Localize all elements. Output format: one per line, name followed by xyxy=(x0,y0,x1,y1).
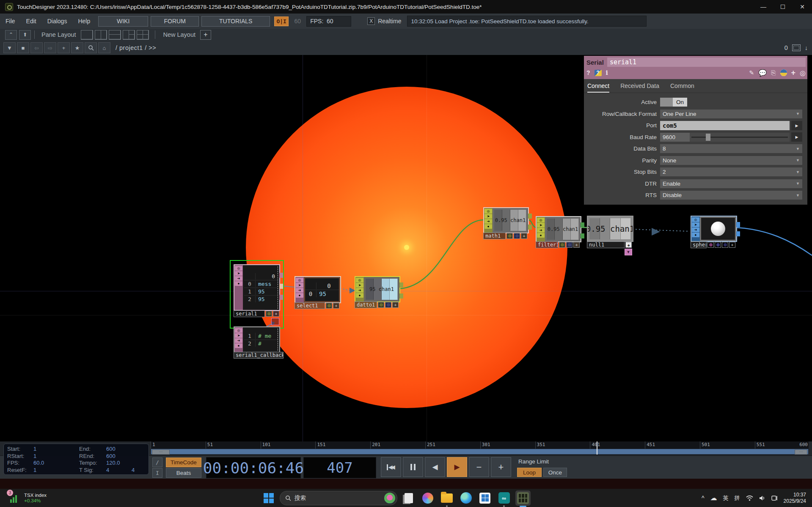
node-viewer-icon[interactable]: ◎ xyxy=(235,328,242,333)
maximize-button[interactable]: ☐ xyxy=(773,0,793,14)
dropdown-arrow-icon[interactable]: ▼ xyxy=(796,112,800,116)
node-viewer-icon[interactable]: ◎ xyxy=(235,266,242,271)
python-icon[interactable] xyxy=(780,69,787,76)
clock[interactable]: 10:37 2025/9/24 xyxy=(784,492,806,504)
node-add-button[interactable]: ✚ xyxy=(625,242,632,248)
beats-mode-button[interactable]: Beats xyxy=(166,468,201,478)
add-icon[interactable]: + xyxy=(58,42,70,53)
param-control[interactable]: 9600► xyxy=(660,133,802,142)
collapse-pane-icon[interactable]: ↓ xyxy=(805,44,808,51)
node-serial1[interactable]: ◎ ➤ ➔ ● 0 0mess 195 295 xyxy=(234,264,280,311)
param-control[interactable]: One Per Line▼ xyxy=(660,110,802,118)
param-label[interactable]: Active xyxy=(584,99,660,105)
dropdown[interactable]: None▼ xyxy=(660,156,802,165)
node-flag-button[interactable] xyxy=(566,242,573,248)
param-control[interactable]: None▼ xyxy=(660,156,802,165)
timeline-ruler[interactable]: 151101151201251301351401451501551600 xyxy=(151,441,809,449)
node-sphere1[interactable]: ◎ ➤ ➔ ● xyxy=(691,216,737,242)
node-viewer-icon[interactable]: ◎ xyxy=(484,209,492,214)
node-flag-button[interactable] xyxy=(707,242,714,248)
network-editor[interactable]: ◎ ➤ ➔ ● 0 0mess 195 295 serial1 + xyxy=(0,55,812,441)
param-label[interactable]: Row/Callback Format xyxy=(584,111,660,117)
node-flag-button[interactable] xyxy=(559,242,565,248)
param-label[interactable]: Stop Bits xyxy=(584,169,660,175)
node-docked-icon[interactable]: ➔ xyxy=(537,228,545,233)
wifi-icon[interactable] xyxy=(746,495,753,501)
layout-two-columns-button[interactable] xyxy=(95,30,107,40)
step-forward-button[interactable]: + xyxy=(491,457,511,477)
node-math1[interactable]: ◎ ➤ ➔ ● 0.95 chan1 xyxy=(483,207,529,233)
node-viewer-icon[interactable]: ◎ xyxy=(356,278,363,282)
node-viewer-icon[interactable]: ◎ xyxy=(537,218,545,222)
microsoft-store-button[interactable] xyxy=(477,491,493,506)
layout-two-rows-button[interactable] xyxy=(109,30,121,40)
node-null1-name[interactable]: null1 ✚ xyxy=(587,241,632,248)
node-flag-button[interactable] xyxy=(266,311,272,317)
node-flag-button[interactable] xyxy=(514,233,520,239)
pen-touch-icon[interactable] xyxy=(771,495,778,501)
node-bypass-icon[interactable]: ➤ xyxy=(356,283,363,288)
independent-mode-button[interactable]: I xyxy=(152,468,162,478)
node-bypass-icon[interactable]: ➤ xyxy=(235,333,242,338)
node-flag-button[interactable]: + xyxy=(521,233,527,239)
viewer-window-icon[interactable] xyxy=(792,44,801,51)
pane-type-dropdown-icon[interactable]: ▼ xyxy=(3,42,16,53)
python-help-icon[interactable]: ? xyxy=(595,70,602,76)
node-docked-icon[interactable]: ➔ xyxy=(692,227,699,232)
node-flag-button[interactable] xyxy=(378,302,384,308)
node-flag-icon[interactable]: ● xyxy=(537,233,545,238)
range-grip-right[interactable]: ··· xyxy=(795,449,807,455)
node-select1-name[interactable]: select1 + xyxy=(295,302,339,309)
menu-file[interactable]: File xyxy=(0,18,21,25)
onedrive-cloud-icon[interactable]: ☁ xyxy=(710,494,717,502)
jump-to-start-button[interactable]: ◀◀ xyxy=(381,457,401,477)
node-flag-button[interactable]: + xyxy=(729,242,735,248)
node-flag-icon[interactable]: ● xyxy=(296,293,303,298)
close-button[interactable]: ✕ xyxy=(793,0,812,14)
tray-overflow-icon[interactable]: ^ xyxy=(702,495,705,502)
dropdown-arrow-icon[interactable]: ▼ xyxy=(796,158,800,162)
node-docked-icon[interactable]: ➔ xyxy=(296,288,303,293)
play-forward-button[interactable]: ▶ xyxy=(447,457,467,477)
node-flag-button[interactable] xyxy=(722,242,728,248)
stop-icon[interactable]: ■ xyxy=(17,42,29,53)
layout-single-button[interactable] xyxy=(81,30,93,40)
param-label[interactable]: Baud Rate xyxy=(584,134,660,140)
node-bypass-icon[interactable]: ➤ xyxy=(235,271,242,276)
node-bypass-icon[interactable]: ➤ xyxy=(692,222,699,227)
node-viewer-icon[interactable]: ◎ xyxy=(296,278,303,282)
node-docked-icon[interactable]: ➔ xyxy=(484,219,492,224)
search-network-icon[interactable] xyxy=(85,42,97,53)
menu-help[interactable]: Help xyxy=(72,18,96,25)
tutorials-button[interactable]: TUTORIALS xyxy=(201,16,270,27)
node-flag-icon[interactable]: ● xyxy=(484,224,492,229)
node-sphere1-name[interactable]: sphere1 + xyxy=(691,241,735,248)
node-null1[interactable]: 0.95 chan1 xyxy=(587,216,633,242)
realtime-checkbox[interactable]: X xyxy=(367,17,375,25)
dropdown[interactable]: Disable▼ xyxy=(660,191,802,200)
edit-pencil-icon[interactable]: ✎ xyxy=(749,69,754,76)
node-docked-icon[interactable]: ➔ xyxy=(356,288,363,293)
forward-arrow-icon[interactable]: ⇨ xyxy=(44,42,56,53)
target-icon[interactable]: ◎ xyxy=(800,69,806,77)
next-value-icon[interactable]: ► xyxy=(791,121,802,130)
toggle-value[interactable]: On xyxy=(673,98,687,107)
param-label[interactable]: Parity xyxy=(584,157,660,164)
node-name-field[interactable]: serial1 xyxy=(607,58,806,67)
frame-mode-button[interactable]: / xyxy=(152,458,162,467)
node-flag-icon[interactable]: ● xyxy=(235,343,242,348)
node-serial1-name[interactable]: serial1 + xyxy=(234,310,279,317)
node-flag-icon[interactable]: ● xyxy=(356,293,363,298)
timecode-mode-button[interactable]: TimeCode xyxy=(166,458,201,467)
node-flag-icon[interactable]: ● xyxy=(235,281,242,286)
dropdown-arrow-icon[interactable]: ▼ xyxy=(796,170,800,174)
slider-knob[interactable] xyxy=(706,134,710,141)
node-viewer-icon[interactable]: ◎ xyxy=(692,217,699,222)
node-math1-name[interactable]: math1 + xyxy=(483,233,527,239)
dropdown-arrow-icon[interactable]: ▼ xyxy=(796,181,800,186)
slider-track[interactable] xyxy=(690,133,790,142)
bookmark-star-icon[interactable]: ★ xyxy=(71,42,83,53)
tab-common[interactable]: Common xyxy=(670,82,694,93)
task-view-button[interactable] xyxy=(401,491,416,506)
serial1-callback-anchor[interactable] xyxy=(271,318,279,325)
